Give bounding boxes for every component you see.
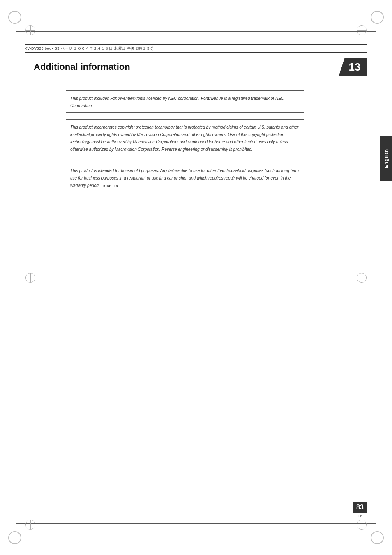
spiral-mark-tr — [371, 11, 384, 24]
notice-box-2: This product incorporates copyright prot… — [66, 119, 304, 156]
side-tab-text: English — [384, 149, 389, 168]
spiral-mark-br — [371, 531, 384, 544]
bottom-rule-line2 — [16, 523, 376, 524]
chapter-number-box: 13 — [339, 58, 367, 76]
reg-mark-mr — [357, 273, 367, 283]
reg-mark-tr — [357, 25, 367, 35]
chapter-title: Additional information — [34, 62, 130, 72]
page-container: XV-DV525.book 83 ページ ２００４年２月１８日 水曜日 午後２時… — [0, 0, 392, 555]
top-rule-line — [16, 30, 376, 30]
page-number-area: 83 En — [353, 502, 367, 518]
notice-code: KO41_En — [103, 184, 118, 188]
page-number: 83 — [356, 504, 364, 511]
page-number-box: 83 — [353, 502, 367, 513]
reg-mark-bl — [25, 520, 35, 530]
meta-text: XV-DV525.book 83 ページ ２００４年２月１８日 水曜日 午後２時… — [25, 46, 154, 51]
chapter-number: 13 — [349, 61, 361, 74]
top-rule-line2 — [16, 31, 376, 32]
reg-mark-ml — [25, 273, 35, 283]
right-rule-line — [374, 30, 374, 525]
notice-box-3: This product is intended for household p… — [66, 163, 304, 192]
spiral-mark-bl — [8, 531, 21, 544]
chapter-header: Additional information 13 — [25, 58, 367, 76]
notice-text-1: This product includes FontAvenue® fonts … — [70, 96, 284, 108]
reg-mark-tl — [25, 25, 35, 35]
right-rule-line2 — [372, 30, 372, 525]
left-rule-line — [18, 30, 18, 525]
side-tab: English — [380, 136, 392, 181]
content-area: This product includes FontAvenue® fonts … — [66, 90, 304, 199]
notice-box-1: This product includes FontAvenue® fonts … — [66, 90, 304, 113]
meta-bar: XV-DV525.book 83 ページ ２００４年２月１８日 水曜日 午後２時… — [25, 44, 367, 53]
chapter-title-box: Additional information — [25, 58, 339, 76]
notice-text-2: This product incorporates copyright prot… — [70, 125, 298, 152]
spiral-mark-tl — [8, 11, 21, 24]
page-lang: En — [357, 514, 362, 518]
bottom-rule-line — [16, 525, 376, 525]
reg-mark-br — [357, 520, 367, 530]
left-rule-line2 — [20, 30, 20, 525]
